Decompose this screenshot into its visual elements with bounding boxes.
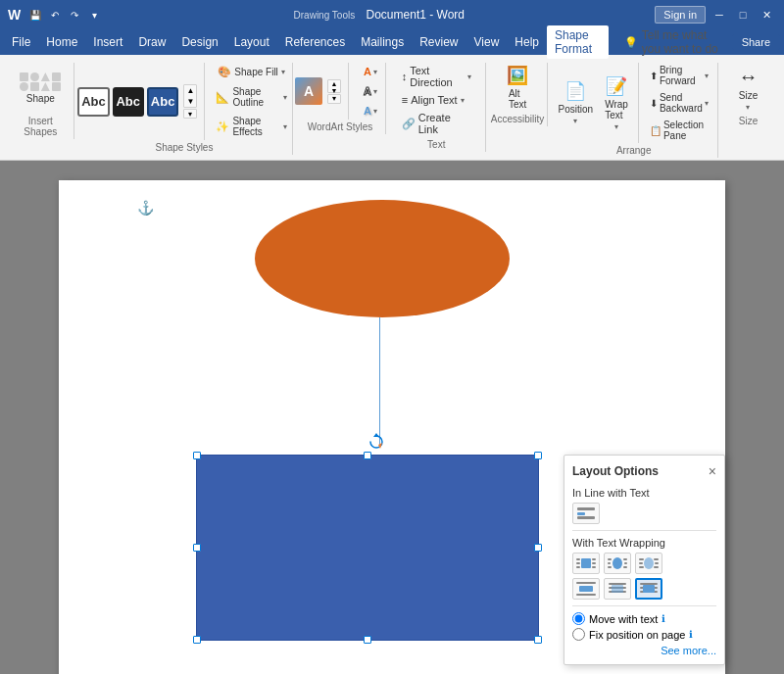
svg-rect-28: [576, 594, 596, 596]
shape-styles-label: Shape Styles: [155, 142, 213, 153]
menu-review[interactable]: Review: [412, 32, 466, 52]
shape-style-dark-btn[interactable]: Abc: [113, 87, 144, 117]
move-with-text-info[interactable]: ℹ: [662, 613, 665, 624]
handle-tm[interactable]: [364, 452, 371, 459]
fix-position-info[interactable]: ℹ: [689, 629, 693, 640]
menu-file[interactable]: File: [4, 32, 38, 52]
tell-me-bar[interactable]: 💡 Tell me what you want to do: [616, 28, 732, 56]
selection-pane-btn[interactable]: 📋 Selection Pane: [645, 118, 713, 143]
ribbon-group-size: ↔ Size ▾ Size: [720, 63, 776, 128]
shape-outline-btn[interactable]: 📐 Shape Outline ▾: [212, 83, 290, 111]
fix-position-radio[interactable]: [572, 628, 585, 641]
handle-br[interactable]: [534, 636, 542, 644]
svg-marker-0: [373, 433, 379, 437]
position-btn[interactable]: 📄 Position ▾: [555, 77, 598, 128]
menu-mailings[interactable]: Mailings: [353, 32, 412, 52]
svg-rect-11: [592, 566, 596, 568]
send-backward-btn[interactable]: ⬇ Send Backward ▾: [645, 90, 713, 116]
blue-rectangle[interactable]: [196, 455, 539, 641]
title-bar: W 💾 ↶ ↷ ▾ Drawing Tools Document1 - Word…: [0, 0, 784, 29]
see-more-link[interactable]: See more...: [572, 645, 716, 656]
lo-tight-btn[interactable]: [604, 553, 631, 574]
svg-rect-13: [608, 558, 612, 560]
align-text-btn[interactable]: ≡ Align Text ▾: [396, 92, 470, 108]
text-fill-btn[interactable]: A ▾: [356, 63, 385, 80]
text-direction-label: Text Direction: [410, 65, 465, 88]
bring-forward-btn[interactable]: ⬆ Bring Forward ▾: [645, 63, 713, 88]
ellipse-shape[interactable]: [255, 200, 510, 317]
shape-effects-btn[interactable]: ✨ Shape Effects ▾: [212, 113, 290, 140]
bring-forward-arrow: ▾: [705, 72, 709, 80]
close-button[interactable]: ✕: [757, 5, 776, 24]
lo-close-button[interactable]: ×: [709, 463, 716, 479]
svg-rect-27: [576, 582, 596, 584]
alt-text-label: AltText: [509, 88, 526, 110]
title-bar-right: Sign in ─ □ ✕: [655, 5, 776, 24]
shapes-button[interactable]: Shape: [16, 63, 66, 114]
shape-style-blue-btn[interactable]: Abc: [147, 87, 179, 117]
shape-styles-scroll[interactable]: ▲ ▼: [183, 84, 197, 108]
sign-in-button[interactable]: Sign in: [655, 6, 706, 24]
move-with-text-radio[interactable]: [572, 612, 585, 625]
svg-rect-5: [581, 558, 591, 568]
size-button[interactable]: ↔ Size ▾: [723, 63, 772, 114]
rotate-handle[interactable]: [367, 432, 386, 452]
menu-draw[interactable]: Draw: [130, 32, 173, 52]
handle-mr[interactable]: [534, 544, 542, 552]
text-direction-btn[interactable]: ↕ Text Direction ▾: [396, 63, 477, 90]
text-effects-arrow: ▾: [373, 107, 377, 116]
lo-through-btn[interactable]: [635, 553, 662, 574]
text-effects-btn[interactable]: A ▾: [356, 102, 385, 120]
send-backward-arrow: ▾: [705, 99, 709, 108]
menu-references[interactable]: References: [277, 32, 353, 52]
lo-divider: [572, 530, 716, 531]
size-label: Size: [739, 90, 758, 101]
handle-tl[interactable]: [193, 452, 201, 459]
word-icon: W: [8, 7, 21, 23]
shape-styles-expand[interactable]: ▾: [183, 109, 197, 119]
svg-rect-14: [608, 562, 611, 564]
svg-rect-17: [624, 562, 627, 564]
alt-text-btn[interactable]: 🖼️ AltText: [501, 63, 535, 112]
lo-square-btn[interactable]: [572, 553, 600, 574]
document-page[interactable]: ⚓ Layout Options: [59, 180, 725, 674]
menu-view[interactable]: View: [466, 32, 508, 52]
customize-button[interactable]: ▾: [85, 6, 103, 24]
document-area: ⚓ Layout Options: [0, 161, 784, 674]
handle-bm[interactable]: [364, 636, 371, 644]
menu-home[interactable]: Home: [38, 32, 85, 52]
text-group-items: ↕ Text Direction ▾ ≡ Align Text ▾ 🔗 Crea…: [396, 63, 477, 137]
menu-layout[interactable]: Layout: [226, 32, 277, 52]
menu-bar: File Home Insert Draw Design Layout Refe…: [0, 29, 784, 55]
create-link-btn[interactable]: 🔗 Create Link: [396, 110, 477, 137]
wrap-text-btn[interactable]: 📝 WrapText ▾: [601, 72, 632, 134]
bring-forward-label: Bring Forward: [660, 65, 703, 86]
share-button[interactable]: Share: [732, 34, 780, 50]
minimize-button[interactable]: ─: [710, 5, 729, 24]
lo-infront-btn[interactable]: [635, 578, 662, 600]
undo-button[interactable]: ↶: [46, 6, 64, 24]
ribbon: Shape Insert Shapes Abc Abc Abc ▲ ▼ ▾: [0, 55, 784, 161]
wordart-style-btn[interactable]: A: [295, 77, 322, 105]
handle-bl[interactable]: [193, 636, 201, 644]
handle-ml[interactable]: [193, 544, 201, 552]
ribbon-group-accessibility: 🖼️ AltText Accessibility: [488, 63, 549, 126]
handle-tr[interactable]: [534, 452, 542, 459]
wordart-scroll[interactable]: ▲ ▼: [327, 79, 341, 93]
lo-inline-btn[interactable]: [572, 503, 600, 524]
lo-behind-btn[interactable]: [604, 578, 631, 600]
redo-button[interactable]: ↷: [66, 6, 83, 24]
shape-fill-btn[interactable]: 🎨 Shape Fill ▾: [212, 63, 290, 81]
menu-shape-format[interactable]: Shape Format: [547, 25, 609, 59]
wordart-expand[interactable]: ▾: [327, 94, 341, 104]
lo-topbottom-btn[interactable]: [572, 578, 600, 600]
menu-help[interactable]: Help: [507, 32, 547, 52]
save-button[interactable]: 💾: [26, 6, 44, 24]
menu-insert[interactable]: Insert: [85, 32, 130, 52]
maximize-button[interactable]: □: [733, 5, 753, 24]
wordart-styles-label: WordArt Styles: [308, 121, 373, 132]
insert-shapes-items: Shape: [16, 63, 66, 114]
text-outline-btn[interactable]: A ▾: [356, 82, 385, 100]
shape-style-outline-btn[interactable]: Abc: [77, 87, 110, 117]
menu-design[interactable]: Design: [173, 32, 225, 52]
